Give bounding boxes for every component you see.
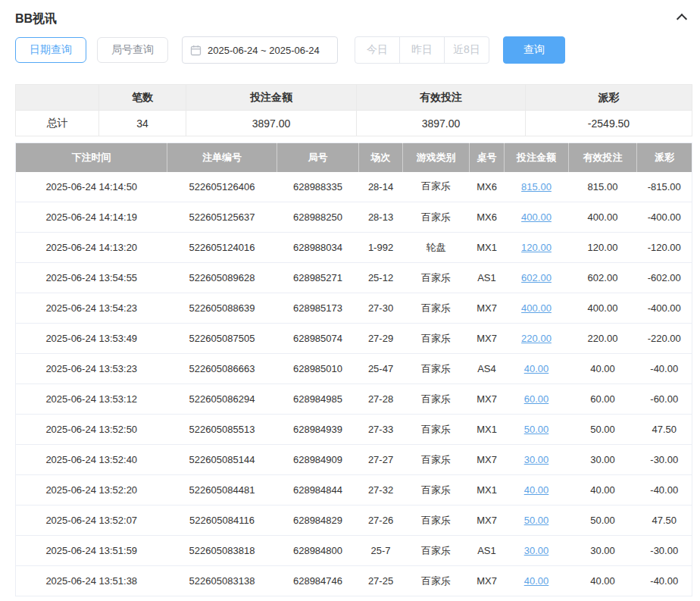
summary-header-row: 笔数投注金额有效投注派彩 xyxy=(16,85,692,111)
bet-amount-link[interactable]: 602.00 xyxy=(521,272,552,283)
round-id: 628984746 xyxy=(277,566,359,596)
game-type: 百家乐 xyxy=(403,202,470,233)
table-id: AS1 xyxy=(470,263,505,293)
session: 25-7 xyxy=(359,536,403,566)
session: 25-47 xyxy=(359,354,403,384)
column-header: 投注金额 xyxy=(505,143,569,172)
bet-amount-link[interactable]: 50.00 xyxy=(524,515,549,526)
bet-amount: 60.00 xyxy=(505,384,569,415)
valid-bet: 30.00 xyxy=(569,445,637,475)
valid-bet: 30.00 xyxy=(569,536,637,566)
round-id: 628985010 xyxy=(277,354,359,384)
bet-amount: 220.00 xyxy=(505,324,569,354)
bet-time: 2025-06-24 13:52:20 xyxy=(16,475,167,506)
bet-amount-link[interactable]: 815.00 xyxy=(521,181,552,193)
bet-amount: 400.00 xyxy=(505,293,569,324)
bet-time: 2025-06-24 13:52:50 xyxy=(16,415,167,445)
summary-cell: 3897.00 xyxy=(186,111,357,136)
round-id: 628984909 xyxy=(277,445,359,475)
date-range-picker[interactable]: 2025-06-24 ~ 2025-06-24 xyxy=(182,36,338,64)
bet-time: 2025-06-24 13:53:12 xyxy=(16,384,167,415)
table-row: 2025-06-24 13:51:59522605083818628984800… xyxy=(16,536,692,566)
table-row: 2025-06-24 13:52:07522605084116628984829… xyxy=(16,506,692,536)
column-header: 游戏类别 xyxy=(403,143,470,172)
search-button[interactable]: 查询 xyxy=(503,36,565,64)
table-id: MX1 xyxy=(470,233,505,263)
table-id: AS4 xyxy=(470,354,505,384)
order-id: 522605083138 xyxy=(167,566,277,596)
summary-table: 笔数投注金额有效投注派彩 总计343897.003897.00-2549.50 xyxy=(15,84,692,136)
order-id: 522605125637 xyxy=(167,202,277,233)
table-row: 2025-06-24 13:53:49522605087505628985074… xyxy=(16,324,692,354)
valid-bet: 400.00 xyxy=(569,293,637,324)
last-8-days-button[interactable]: 近8日 xyxy=(444,36,489,64)
bet-time: 2025-06-24 13:54:55 xyxy=(16,263,167,293)
payout: -400.00 xyxy=(637,293,692,324)
table-id: MX7 xyxy=(470,566,505,596)
valid-bet: 400.00 xyxy=(569,202,637,233)
bet-amount-link[interactable]: 60.00 xyxy=(524,393,549,405)
bet-records-table: 下注时间注单编号局号场次游戏类别桌号投注金额有效投注派彩 2025-06-24 … xyxy=(15,142,692,596)
table-id: MX1 xyxy=(470,415,505,445)
game-type: 百家乐 xyxy=(403,415,470,445)
round-id: 628984829 xyxy=(277,506,359,536)
bet-amount-link[interactable]: 220.00 xyxy=(521,333,552,344)
bet-time: 2025-06-24 13:54:23 xyxy=(16,293,167,324)
bet-time: 2025-06-24 14:13:20 xyxy=(16,233,167,263)
valid-bet: 40.00 xyxy=(569,354,637,384)
bet-amount: 602.00 xyxy=(505,263,569,293)
payout: -30.00 xyxy=(637,445,692,475)
session: 27-27 xyxy=(359,445,403,475)
round-id: 628985074 xyxy=(277,324,359,354)
column-header: 局号 xyxy=(277,143,359,172)
order-id: 522605088639 xyxy=(167,293,277,324)
bet-amount: 815.00 xyxy=(505,172,569,202)
order-id: 522605126406 xyxy=(167,172,277,202)
bet-amount-link[interactable]: 40.00 xyxy=(524,484,549,496)
payout: 47.50 xyxy=(637,506,692,536)
yesterday-button[interactable]: 昨日 xyxy=(399,36,445,64)
session: 27-25 xyxy=(359,566,403,596)
calendar-icon xyxy=(190,45,202,56)
game-type: 百家乐 xyxy=(403,324,470,354)
bet-amount-link[interactable]: 40.00 xyxy=(524,575,549,587)
round-id: 628984985 xyxy=(277,384,359,415)
chevron-up-icon[interactable] xyxy=(677,14,687,24)
bet-amount-link[interactable]: 40.00 xyxy=(524,363,549,374)
table-row: 2025-06-24 14:13:20522605124016628988034… xyxy=(16,233,692,263)
table-row: 2025-06-24 13:51:38522605083138628984746… xyxy=(16,566,692,596)
session: 27-29 xyxy=(359,324,403,354)
game-type: 百家乐 xyxy=(403,384,470,415)
summary-column-header: 派彩 xyxy=(526,85,692,111)
session: 27-33 xyxy=(359,415,403,445)
bet-time: 2025-06-24 13:52:07 xyxy=(16,506,167,536)
bet-amount-link[interactable]: 120.00 xyxy=(521,242,552,253)
round-query-tab[interactable]: 局号查询 xyxy=(97,37,168,63)
table-id: MX6 xyxy=(470,172,505,202)
game-type: 百家乐 xyxy=(403,354,470,384)
round-id: 628985173 xyxy=(277,293,359,324)
bet-time: 2025-06-24 13:53:49 xyxy=(16,324,167,354)
date-range-value: 2025-06-24 ~ 2025-06-24 xyxy=(208,45,320,56)
table-id: MX7 xyxy=(470,445,505,475)
bet-amount-link[interactable]: 30.00 xyxy=(524,545,549,556)
today-button[interactable]: 今日 xyxy=(355,36,400,64)
bet-amount-link[interactable]: 400.00 xyxy=(521,302,552,314)
order-id: 522605085144 xyxy=(167,445,277,475)
table-row: 2025-06-24 13:53:12522605086294628984985… xyxy=(16,384,692,415)
column-header: 下注时间 xyxy=(16,143,167,172)
valid-bet: 815.00 xyxy=(569,172,637,202)
payout: -220.00 xyxy=(637,324,692,354)
bet-amount: 400.00 xyxy=(505,202,569,233)
order-id: 522605083818 xyxy=(167,536,277,566)
bet-amount-link[interactable]: 400.00 xyxy=(521,211,552,223)
date-query-tab[interactable]: 日期查询 xyxy=(15,37,86,63)
page: BB视讯 日期查询 局号查询 2025-06-24 ~ 2025-06-24 今… xyxy=(0,0,700,596)
game-type: 百家乐 xyxy=(403,172,470,202)
game-type: 轮盘 xyxy=(403,233,470,263)
summary-cell: 34 xyxy=(99,111,186,136)
table-row: 2025-06-24 13:52:40522605085144628984909… xyxy=(16,445,692,475)
bet-amount: 40.00 xyxy=(505,475,569,506)
bet-amount-link[interactable]: 50.00 xyxy=(524,424,549,435)
bet-amount-link[interactable]: 30.00 xyxy=(524,454,549,465)
